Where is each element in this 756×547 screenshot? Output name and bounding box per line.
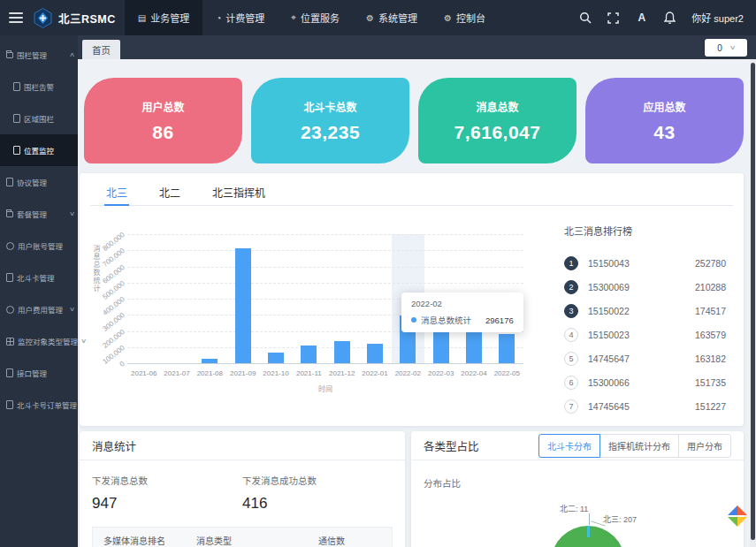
- main-area: 首页 0 ∨ 用户总数86北斗卡总数23,235消息总数7,616,047应用总…: [78, 35, 756, 547]
- bar-2022-01[interactable]: [367, 344, 383, 363]
- bar-2021-08[interactable]: [202, 359, 218, 363]
- x-tick-label: 2021-11: [293, 369, 325, 377]
- tooltip-series: 消息总数统计: [421, 314, 471, 326]
- search-icon[interactable]: [578, 11, 592, 25]
- chevron-down-icon: ∨: [80, 338, 87, 345]
- font-size-icon[interactable]: A: [635, 11, 648, 25]
- sidebar-item-4[interactable]: 协议管理: [0, 166, 78, 198]
- rank-badge: 6: [564, 376, 578, 390]
- sidebar-item-label: 区域围栏: [24, 113, 54, 124]
- sidebar-item-1[interactable]: 围栏告警: [0, 71, 78, 103]
- folder-icon: [6, 52, 13, 58]
- stat-card-label: 北斗卡总数: [303, 99, 356, 114]
- x-tick-label: 2021-09: [226, 369, 259, 377]
- sidebar-item-label: 监控对象类型管理: [18, 336, 78, 346]
- grid-line: [127, 267, 523, 268]
- main-menu: ▤业务管理◔计费管理⌖位置服务⚙系统管理⚙控制台: [125, 0, 499, 35]
- bar-2021-11[interactable]: [301, 346, 317, 363]
- chevron-down-icon: ∨: [729, 44, 736, 51]
- sidebar-item-9[interactable]: 监控对象类型管理∨: [0, 325, 78, 357]
- chart-tab-2[interactable]: 北三指挥机: [196, 173, 281, 205]
- console-icon: ⚙: [444, 13, 452, 23]
- metric-label: 下发消息总数: [92, 474, 242, 487]
- tooltip-date: 2022-02: [411, 299, 514, 308]
- distribution-tab-2[interactable]: 用户分布: [678, 434, 731, 458]
- x-tick-label: 2021-10: [259, 369, 292, 377]
- bar-2021-10[interactable]: [268, 353, 284, 363]
- ranking-row-7: 714745645151227: [564, 394, 726, 418]
- stat-card-label: 用户总数: [141, 99, 184, 114]
- distribution-tab-0[interactable]: 北斗卡分布: [538, 434, 600, 458]
- grid-line: [127, 347, 523, 348]
- bar-2022-05[interactable]: [499, 334, 515, 363]
- rank-card-id: 15150023: [588, 330, 695, 340]
- nav-menu-label: 位置服务: [301, 11, 340, 25]
- pie-label-beidou2: 北二: 11: [560, 503, 588, 514]
- x-axis-title: 时间: [127, 384, 523, 393]
- rank-message-count: 151735: [695, 377, 726, 388]
- distribution-title: 各类型占比: [424, 437, 479, 454]
- hamburger-menu-icon[interactable]: [9, 12, 23, 23]
- sidebar-item-7[interactable]: 北斗卡管理: [0, 262, 78, 293]
- rank-card-id: 15300066: [588, 377, 695, 388]
- message-metrics: 下发消息总数 947 下发消息成功总数 416: [92, 474, 393, 513]
- grid-line: [127, 363, 523, 364]
- fullscreen-icon[interactable]: [607, 11, 620, 25]
- grid-line: [127, 234, 523, 235]
- nav-menu-item-4[interactable]: ⚙控制台: [431, 0, 499, 35]
- distribution-tab-1[interactable]: 指挥机统计分布: [599, 434, 679, 458]
- stat-card-label: 应用总数: [643, 99, 685, 114]
- sidebar-item-11[interactable]: 北斗卡号订单管理: [0, 389, 78, 421]
- nav-menu-item-0[interactable]: ▤业务管理: [125, 0, 202, 35]
- sidebar-item-10[interactable]: 接口管理: [0, 357, 78, 389]
- user-greeting[interactable]: 你好 super2: [691, 11, 744, 25]
- sidebar-item-5[interactable]: 套餐管理∨: [0, 198, 78, 230]
- nav-menu-item-2[interactable]: ⌖位置服务: [278, 0, 353, 35]
- sidebar-item-2[interactable]: 区域围栏: [0, 103, 78, 134]
- sidebar: 围栏管理∧围栏告警区域围栏位置监控协议管理套餐管理∨用户账号管理北斗卡管理用户费…: [0, 35, 78, 547]
- nav-menu-item-3[interactable]: ⚙系统管理: [353, 0, 431, 35]
- doc-icon: [6, 178, 13, 186]
- sidebar-item-label: 套餐管理: [17, 209, 47, 219]
- chart-tab-1[interactable]: 北二: [143, 173, 196, 205]
- sidebar-item-label: 围栏告警: [24, 81, 54, 92]
- sidebar-item-8[interactable]: 用户费用管理∨: [0, 293, 78, 325]
- nav-menu-item-1[interactable]: ◔计费管理: [202, 0, 278, 35]
- metric-value: 416: [242, 495, 393, 513]
- stat-card-label: 消息总数: [476, 99, 518, 114]
- tag-count-dropdown[interactable]: 0 ∨: [705, 39, 747, 57]
- dashboard-content: 用户总数86北斗卡总数23,235消息总数7,616,047应用总数43 北三北…: [78, 59, 750, 547]
- sidebar-item-0[interactable]: 围栏管理∧: [0, 39, 78, 71]
- table-header-2: 通信数: [308, 534, 392, 547]
- doc-icon: [6, 368, 13, 377]
- rank-message-count: 174517: [695, 306, 726, 316]
- stat-card-value: 43: [653, 122, 675, 143]
- sidebar-item-label: 接口管理: [17, 368, 47, 378]
- floating-widget-icon[interactable]: [726, 505, 749, 528]
- x-tick-label: 2022-02: [392, 369, 424, 377]
- stat-card-1: 北斗卡总数23,235: [251, 78, 409, 163]
- message-stats-title: 消息统计: [92, 437, 136, 454]
- rank-message-count: 252780: [695, 258, 726, 269]
- ranking-row-2: 215300069210288: [564, 275, 726, 299]
- grid-line: [127, 250, 523, 251]
- chart-tab-0[interactable]: 北三: [90, 173, 143, 205]
- tab-home[interactable]: 首页: [82, 40, 120, 59]
- sidebar-item-3[interactable]: 位置监控: [0, 134, 78, 166]
- x-tick-label: 2021-08: [194, 369, 226, 377]
- sidebar-item-6[interactable]: 用户账号管理: [0, 230, 78, 262]
- user-icon: [6, 306, 14, 314]
- briefcase-icon: ▤: [138, 13, 146, 23]
- vertical-scrollbar[interactable]: [750, 59, 756, 547]
- bar-2021-12[interactable]: [334, 341, 350, 363]
- top-navbar: 北三RSMC ▤业务管理◔计费管理⌖位置服务⚙系统管理⚙控制台 A 你好 sup…: [0, 0, 756, 35]
- distribution-subtitle: 分布占比: [424, 476, 744, 490]
- x-tick-label: 2021-06: [127, 369, 160, 377]
- bar-2021-09[interactable]: [235, 248, 251, 363]
- billing-icon: ◔: [216, 13, 221, 23]
- brand[interactable]: 北三RSMC: [34, 8, 116, 28]
- x-tick-label: 2021-07: [160, 369, 193, 377]
- rank-badge: 2: [564, 280, 578, 294]
- scrollbar-thumb[interactable]: [751, 63, 755, 540]
- notification-bell-icon[interactable]: [663, 11, 676, 25]
